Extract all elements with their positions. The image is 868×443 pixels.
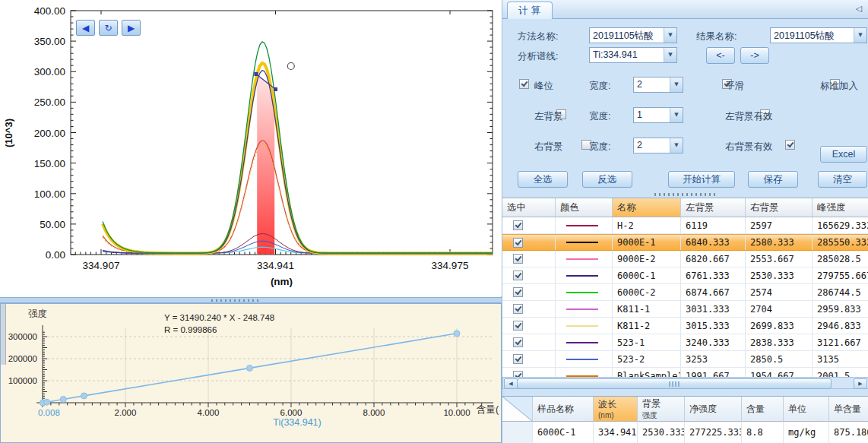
cell-name: H-2	[613, 217, 681, 233]
cell-peak-intensity: 3135	[813, 351, 868, 367]
spectral-chart-panel[interactable]: 0.0050.00100.00150.00200.00250.00300.003…	[0, 0, 502, 297]
method-name-combobox[interactable]: 20191105钴酸 ▼	[589, 27, 677, 43]
row-checkbox[interactable]	[513, 337, 523, 347]
width-label-3: 宽度:	[589, 141, 610, 153]
spectral-chart[interactable]: 0.0050.00100.00150.00200.00250.00300.003…	[0, 0, 502, 296]
row-checkbox[interactable]	[513, 287, 523, 297]
scrollbar-thumb[interactable]	[517, 378, 832, 389]
result-column-header-6[interactable]: 单含量	[829, 397, 868, 422]
column-header-5[interactable]: 峰强度	[813, 198, 868, 217]
result-column-header-4[interactable]: 含量	[742, 397, 784, 422]
left-bg-width-value: 1	[637, 109, 669, 120]
table-row[interactable]: 9000E-16840.3332580.333285550.333	[502, 234, 868, 251]
combo-arrow-icon[interactable]: ▼	[854, 28, 866, 43]
column-header-4[interactable]: 右背景	[746, 198, 813, 217]
result-name-label: 结果名称:	[696, 30, 737, 43]
row-checkbox[interactable]	[513, 354, 523, 364]
result-column-header-3[interactable]: 净强度	[685, 397, 742, 422]
start-calculate-button[interactable]: 开始计算	[668, 171, 735, 188]
row-checkbox[interactable]	[513, 321, 523, 331]
result-column-header-0[interactable]: 样品名称	[533, 397, 594, 422]
calibration-chart[interactable]: 1000002000003000000.0082.0004.0006.0008.…	[1, 304, 501, 442]
table-row[interactable]: K811-23015.3332699.8332946.833	[502, 318, 868, 334]
cell-left-bg: 6874.667	[681, 284, 746, 300]
app-window: 0.0050.00100.00150.00200.00250.00300.003…	[0, 0, 868, 443]
next-line-button[interactable]: ->	[740, 47, 769, 64]
result-column-header-5[interactable]: 单位	[784, 397, 829, 422]
cell-right-bg: 2597	[746, 217, 813, 233]
svg-text:300.00: 300.00	[34, 66, 65, 78]
cell-name: 523-2	[613, 351, 681, 367]
row-checkbox[interactable]	[513, 238, 523, 248]
left-bg-width-combobox[interactable]: 1 ▼	[633, 107, 683, 123]
table-row[interactable]: H-261192597165629.333	[502, 217, 868, 234]
svg-text:334.941: 334.941	[257, 260, 294, 271]
combo-arrow-icon[interactable]: ▼	[664, 48, 676, 62]
combo-arrow-icon[interactable]: ▼	[664, 28, 676, 43]
peak-width-combobox[interactable]: 2 ▼	[633, 77, 683, 93]
svg-text:含量(: 含量(	[477, 404, 499, 415]
combo-arrow-icon[interactable]: ▼	[670, 138, 683, 153]
column-header-3[interactable]: 左背景	[681, 198, 746, 217]
horizontal-splitter[interactable]	[0, 297, 502, 303]
excel-button[interactable]: Excel	[820, 146, 867, 163]
column-header-0[interactable]: 选中	[502, 198, 556, 217]
combo-arrow-icon[interactable]: ▼	[670, 78, 683, 92]
scroll-right-button[interactable]: ▶	[122, 20, 141, 36]
cell-right-bg: 2530.333	[746, 267, 813, 283]
cell-right-bg: 2850.5	[746, 351, 813, 367]
peak-checkbox[interactable]	[519, 79, 529, 89]
row-checkbox[interactable]	[513, 304, 523, 314]
table-row[interactable]: 523-13240.3332838.3333121.667	[502, 334, 868, 351]
refresh-button[interactable]: ↻	[99, 20, 118, 36]
right-bg-width-combobox[interactable]: 2 ▼	[633, 138, 683, 153]
scroll-left-button[interactable]: ◀	[76, 20, 95, 36]
select-all-button[interactable]: 全选	[518, 171, 568, 188]
cell-right-bg: 2704	[746, 301, 813, 317]
row-checkbox[interactable]	[513, 220, 523, 230]
invert-selection-button[interactable]: 反选	[582, 171, 632, 188]
tab-calculate[interactable]: 计 算	[507, 2, 553, 19]
table-row[interactable]: 6000C-16761.3332530.333279755.667	[502, 267, 868, 284]
cell-peak-intensity: 3121.667	[813, 334, 868, 350]
result-name-combobox[interactable]: 20191105钴酸 ▼	[770, 27, 867, 43]
table-row[interactable]: K811-13031.33327042959.833	[502, 301, 868, 318]
series-color-swatch	[566, 309, 598, 310]
table-row[interactable]: 9000E-26820.6672553.667285028.5	[502, 251, 868, 267]
sample-result-grid: 样品名称波长(nm)背景强度净强度含量单位单含量6000C-1334.94125…	[502, 396, 868, 443]
result-cell-2: 2530.333	[638, 422, 685, 443]
table-row[interactable]: 6000C-26874.6672574286744.5	[502, 284, 868, 301]
right-bg-label: 右背景	[534, 141, 563, 153]
row-checkbox[interactable]	[513, 271, 523, 280]
table-splitter-grip[interactable]	[654, 193, 715, 196]
combo-arrow-icon[interactable]: ▼	[670, 108, 683, 122]
collapse-panel-icon[interactable]: ◁	[856, 4, 862, 14]
row-checkbox[interactable]	[513, 254, 523, 264]
table-horizontal-scrollbar[interactable]: ◀ ▶	[502, 377, 868, 389]
left-bg-valid-label: 左背景有效	[725, 110, 773, 123]
result-column-header-1[interactable]: 波长(nm)	[594, 397, 638, 422]
column-header-1[interactable]: 颜色	[556, 198, 613, 217]
scrollbar-left-arrow[interactable]: ◀	[504, 378, 518, 389]
cell-peak-intensity: 2001.5	[813, 368, 868, 377]
table-row[interactable]: 523-232532850.53135	[502, 351, 868, 368]
tab-bar: 计 算 ◁	[502, 0, 868, 19]
svg-text:(nm): (nm)	[271, 276, 293, 287]
save-button[interactable]: 保存	[748, 171, 798, 188]
table-row[interactable]: BlankSample11991.6671954.6672001.5	[502, 368, 868, 377]
column-header-2[interactable]: 名称	[613, 198, 681, 217]
peak-label: 峰位	[534, 80, 553, 93]
result-column-header-2[interactable]: 背景强度	[638, 397, 685, 422]
row-checkbox[interactable]	[513, 371, 523, 377]
cell-name: 9000E-2	[613, 251, 681, 267]
clear-button[interactable]: 清空	[818, 171, 867, 188]
prev-line-button[interactable]: <-	[706, 47, 735, 64]
results-grid: 选中颜色名称左背景右背景峰强度H-261192597165629.3339000…	[502, 198, 868, 377]
svg-text:150.00: 150.00	[34, 158, 65, 169]
scrollbar-right-arrow[interactable]: ▶	[854, 378, 867, 389]
right-bg-valid-checkbox[interactable]	[785, 140, 795, 150]
calibration-chart-panel[interactable]: 1000002000003000000.0082.0004.0006.0008.…	[0, 303, 502, 443]
analysis-line-combobox[interactable]: Ti:334.941 ▼	[589, 47, 677, 63]
result-row[interactable]: 6000C-1334.9412530.333277225.3338.8mg/kg…	[502, 422, 868, 443]
splitter-grip[interactable]	[211, 299, 260, 302]
